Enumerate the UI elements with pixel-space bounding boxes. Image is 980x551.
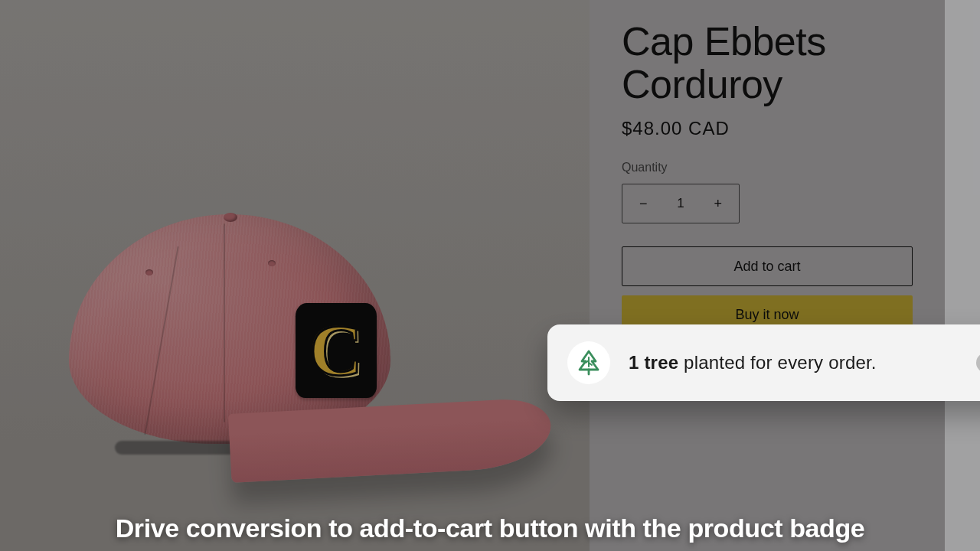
product-image: C <box>46 191 536 482</box>
add-to-cart-button[interactable]: Add to cart <box>622 246 913 286</box>
tree-icon <box>567 341 610 384</box>
product-info-panel: Cap Ebbets Corduroy $48.00 CAD Quantity … <box>590 0 980 551</box>
quantity-label: Quantity <box>622 161 952 174</box>
product-title: Cap Ebbets Corduroy <box>622 20 952 106</box>
product-image-area: C <box>0 0 590 551</box>
info-icon[interactable]: i <box>976 353 980 373</box>
right-gutter <box>945 0 980 551</box>
quantity-decrease-button[interactable]: − <box>622 184 665 223</box>
badge-text: 1 tree planted for every order. <box>629 352 958 373</box>
quantity-stepper[interactable]: − 1 + <box>622 184 740 223</box>
badge-text-bold: 1 tree <box>629 352 678 373</box>
product-price: $48.00 CAD <box>622 118 952 139</box>
cap-patch: C <box>296 303 377 398</box>
tree-planted-badge[interactable]: 1 tree planted for every order. i <box>547 324 980 401</box>
quantity-value: 1 <box>665 184 697 223</box>
cap-patch-letter: C <box>309 314 362 387</box>
badge-text-rest: planted for every order. <box>678 352 876 373</box>
quantity-increase-button[interactable]: + <box>697 184 739 223</box>
